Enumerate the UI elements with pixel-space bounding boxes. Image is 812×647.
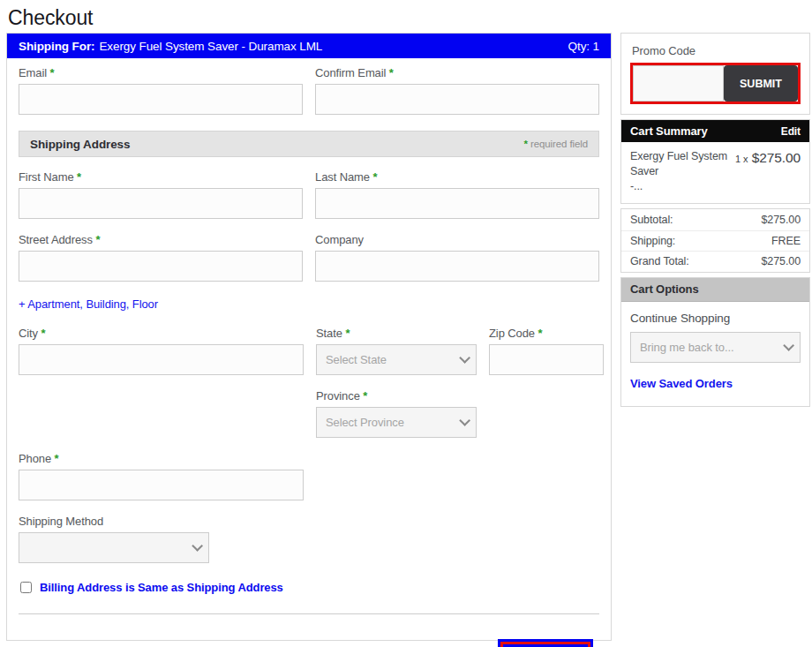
cart-item-row: Exergy Fuel System Saver -... 1 x $275.0…: [621, 142, 809, 203]
province-label: Province *: [316, 389, 477, 402]
page-title: Checkout: [6, 0, 806, 33]
required-asterisk: *: [77, 170, 81, 184]
shipping-value: FREE: [771, 235, 801, 247]
last-name-field[interactable]: [315, 188, 599, 219]
required-asterisk: *: [372, 170, 377, 184]
grand-total-row: Grand Total: $275.00: [621, 251, 809, 271]
shipping-address-section-header: Shipping Address * required field: [19, 131, 599, 157]
shipping-row: Shipping: FREE: [621, 230, 809, 251]
cart-summary-box: Cart Summary Edit Exergy Fuel System Sav…: [620, 119, 810, 204]
billing-same-checkbox[interactable]: [20, 582, 32, 593]
cart-item-qty: 1 x: [735, 154, 748, 164]
subtotal-value: $275.00: [762, 214, 801, 226]
company-field[interactable]: [315, 251, 599, 282]
promo-code-input[interactable]: [633, 65, 724, 102]
grand-total-value: $275.00: [762, 255, 801, 267]
zip-label: Zip Code *: [489, 327, 604, 340]
chevron-down-icon: [192, 540, 203, 552]
shipping-for-label: Shipping For:: [19, 40, 94, 53]
required-asterisk: *: [41, 327, 46, 340]
section-title: Shipping Address: [30, 138, 130, 151]
chevron-down-icon: [783, 340, 794, 351]
chevron-down-icon: [459, 415, 470, 426]
shipping-qty: Qty: 1: [568, 40, 599, 53]
first-name-field[interactable]: [19, 188, 303, 219]
required-asterisk: *: [363, 389, 367, 402]
phone-label: Phone *: [19, 452, 304, 465]
shipping-for-product: Exergy Fuel System Saver - Duramax LML: [99, 40, 322, 53]
state-select[interactable]: Select State: [316, 344, 477, 375]
subtotal-label: Subtotal:: [630, 214, 673, 226]
email-label: Email *: [19, 66, 303, 79]
confirm-email-field[interactable]: [315, 84, 599, 115]
cart-options-box: Cart Options Continue Shopping Bring me …: [620, 277, 810, 407]
required-asterisk: *: [389, 66, 394, 79]
email-field[interactable]: [19, 84, 303, 115]
state-select-placeholder: Select State: [326, 353, 387, 366]
cart-summary-title: Cart Summary: [630, 124, 708, 138]
required-asterisk: *: [95, 233, 100, 246]
billing-same-label: Billing Address is Same as Shipping Addr…: [40, 581, 283, 594]
company-label: Company: [315, 233, 599, 246]
last-name-label: Last Name *: [315, 170, 599, 184]
phone-field[interactable]: [19, 470, 304, 500]
shipping-for-bar: Shipping For:Exergy Fuel System Saver - …: [7, 34, 611, 58]
zip-field[interactable]: [489, 344, 604, 375]
shipping-for-text: Shipping For:Exergy Fuel System Saver - …: [19, 40, 322, 53]
first-name-label: First Name *: [19, 170, 303, 184]
required-asterisk: *: [538, 327, 542, 340]
shipping-form-panel: Shipping For:Exergy Fuel System Saver - …: [6, 33, 612, 641]
spacer: [19, 389, 304, 452]
shipping-method-select[interactable]: [19, 532, 209, 563]
city-label: City *: [19, 327, 304, 340]
cart-item-price: 1 x $275.00: [735, 149, 801, 194]
promo-code-label: Promo Code: [632, 44, 801, 57]
shipping-method-label: Shipping Method: [19, 515, 209, 528]
cart-item-name: Exergy Fuel System Saver -...: [630, 149, 735, 194]
form-divider: [19, 613, 599, 614]
cart-totals-box: Subtotal: $275.00 Shipping: FREE Grand T…: [620, 208, 810, 273]
province-select-placeholder: Select Province: [326, 416, 404, 429]
continue-shopping-label: Continue Shopping: [630, 312, 801, 325]
checkout-page: Checkout Shipping For:Exergy Fuel System…: [0, 0, 812, 641]
required-asterisk: *: [345, 327, 350, 340]
view-saved-orders-link[interactable]: View Saved Orders: [630, 377, 733, 390]
billing-same-row: Billing Address is Same as Shipping Addr…: [20, 581, 599, 594]
subtotal-row: Subtotal: $275.00: [621, 210, 809, 230]
street-address-field[interactable]: [19, 251, 303, 282]
continue-shopping-placeholder: Bring me back to...: [640, 341, 733, 354]
promo-code-box: Promo Code SUBMIT: [620, 33, 810, 115]
cart-summary-header: Cart Summary Edit: [621, 120, 809, 142]
promo-code-highlight: SUBMIT: [630, 63, 801, 104]
promo-submit-button[interactable]: SUBMIT: [724, 65, 798, 102]
city-field[interactable]: [19, 344, 304, 375]
cart-options-header: Cart Options: [621, 278, 809, 302]
checkout-sidebar: Promo Code SUBMIT Cart Summary Edit Exer…: [620, 33, 810, 407]
continue-shopping-select[interactable]: Bring me back to...: [630, 332, 801, 363]
grand-total-label: Grand Total:: [630, 255, 689, 267]
province-select[interactable]: Select Province: [316, 407, 477, 438]
required-asterisk: *: [50, 66, 55, 79]
chevron-down-icon: [459, 352, 470, 364]
confirm-email-label: Confirm Email *: [315, 66, 599, 79]
required-asterisk: *: [55, 452, 59, 465]
cart-edit-link[interactable]: Edit: [781, 125, 801, 138]
shipping-label: Shipping:: [630, 235, 675, 247]
required-field-note: * required field: [523, 139, 588, 149]
required-asterisk: *: [523, 139, 527, 149]
state-label: State *: [316, 327, 477, 340]
street-address-label: Street Address *: [19, 233, 303, 246]
apartment-link[interactable]: + Apartment, Building, Floor: [19, 297, 158, 311]
continue-button[interactable]: CONTINUE: [500, 642, 590, 647]
